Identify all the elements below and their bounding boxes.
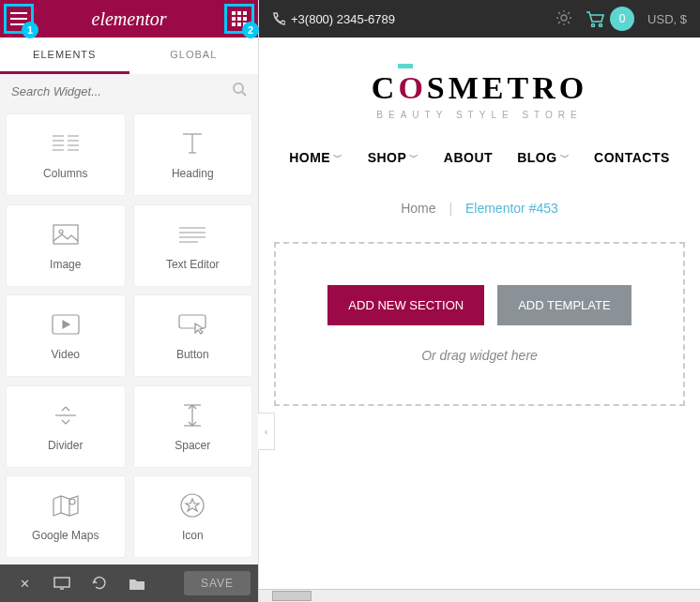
svg-point-40 [69, 499, 75, 504]
site-logo[interactable]: COSMETRO [259, 70, 700, 106]
svg-marker-32 [63, 321, 69, 328]
marker-2: 2 [242, 22, 259, 38]
svg-rect-7 [237, 17, 241, 21]
widget-label: Spacer [175, 439, 210, 452]
chevron-down-icon: ﹀ [333, 151, 343, 164]
widget-text-editor[interactable]: Text Editor [133, 204, 253, 287]
widget-image[interactable]: Image [6, 204, 126, 287]
svg-rect-9 [232, 23, 236, 26]
responsive-button[interactable] [45, 570, 79, 596]
svg-rect-6 [232, 17, 236, 21]
divider-icon [53, 401, 78, 429]
nav-home[interactable]: HOME﹀ [289, 150, 343, 165]
spacer-icon [180, 401, 205, 429]
site-topbar: +3(800) 2345-6789 0 USD, $ [259, 0, 700, 38]
svg-rect-5 [243, 11, 247, 15]
site-tagline: BEAUTY STYLE STORE [259, 110, 700, 120]
chevron-down-icon: ﹀ [560, 151, 571, 164]
gear-icon[interactable] [555, 9, 572, 29]
map-icon [53, 491, 79, 519]
svg-rect-33 [179, 315, 205, 328]
nav-blog[interactable]: BLOG﹀ [517, 150, 570, 165]
widget-google-maps[interactable]: Google Maps [6, 475, 126, 558]
widget-label: Columns [43, 167, 87, 180]
currency-selector[interactable]: USD, $ [647, 12, 687, 26]
add-template-button[interactable]: ADD TEMPLATE [497, 285, 631, 325]
nav-contacts[interactable]: CONTACTS [594, 150, 670, 165]
cart-icon [586, 10, 604, 27]
breadcrumb-home[interactable]: Home [401, 201, 435, 216]
menu-button[interactable]: 1 [4, 4, 34, 34]
tab-elements[interactable]: ELEMENTS [0, 38, 129, 74]
site-header: COSMETRO BEAUTY STYLE STORE [259, 38, 700, 133]
nav-about[interactable]: ABOUT [444, 150, 493, 165]
svg-rect-25 [53, 225, 78, 244]
widget-label: Icon [182, 529, 204, 542]
svg-marker-42 [186, 499, 199, 511]
widget-label: Image [50, 258, 81, 271]
widgets-grid: Columns Heading Image Text Editor Video … [0, 108, 258, 564]
cart-count-badge: 0 [610, 7, 634, 31]
text-editor-icon [179, 220, 205, 248]
chevron-down-icon: ﹀ [409, 151, 419, 164]
widget-label: Button [176, 348, 209, 361]
elementor-panel: 1 elementor 2 ELEMENTS GLOBAL Columns [0, 0, 259, 602]
widget-label: Heading [172, 167, 214, 180]
svg-rect-43 [54, 578, 69, 587]
drag-hint: Or drag widget here [295, 348, 664, 363]
editor-canvas[interactable]: ADD NEW SECTION ADD TEMPLATE Or drag wid… [274, 242, 685, 406]
widget-icon[interactable]: Icon [133, 475, 253, 558]
horizontal-scrollbar[interactable] [259, 589, 700, 602]
video-icon [52, 310, 80, 339]
widget-button[interactable]: Button [133, 294, 253, 377]
logo-accent [398, 64, 413, 68]
image-icon [53, 220, 79, 248]
widget-spacer[interactable]: Spacer [133, 385, 253, 468]
apps-grid-button[interactable]: 2 [224, 4, 254, 34]
widget-columns[interactable]: Columns [6, 113, 126, 196]
widget-divider[interactable]: Divider [6, 385, 126, 468]
button-icon [178, 310, 206, 339]
svg-rect-8 [243, 17, 247, 21]
widget-video[interactable]: Video [6, 294, 126, 377]
history-button[interactable] [83, 570, 116, 596]
brand-logo: elementor [92, 8, 167, 30]
phone-icon [272, 12, 285, 25]
svg-rect-10 [237, 23, 241, 26]
svg-point-47 [600, 24, 602, 27]
save-button[interactable]: SAVE [184, 571, 251, 595]
svg-rect-3 [232, 11, 236, 15]
nav-shop[interactable]: SHOP﹀ [368, 150, 419, 165]
marker-1: 1 [22, 22, 38, 38]
preview-frame: ‹ +3(800) 2345-6789 0 USD, $ COSMETRO BE… [259, 0, 700, 602]
columns-icon [53, 129, 79, 158]
panel-tabs: ELEMENTS GLOBAL [0, 38, 258, 74]
svg-rect-1 [10, 18, 27, 20]
phone-number[interactable]: +3(800) 2345-6789 [272, 12, 395, 26]
widget-heading[interactable]: Heading [133, 113, 253, 196]
svg-rect-4 [237, 11, 241, 15]
svg-point-46 [592, 24, 595, 27]
search-icon[interactable] [232, 82, 247, 100]
svg-point-12 [234, 83, 243, 93]
cart-button[interactable]: 0 [586, 7, 634, 31]
panel-footer: ✕ SAVE [0, 564, 258, 602]
tab-global[interactable]: GLOBAL [129, 38, 259, 74]
svg-point-26 [59, 230, 63, 233]
breadcrumb-current: Elementor #453 [465, 201, 558, 216]
search-bar [0, 74, 258, 108]
svg-point-45 [561, 15, 567, 21]
search-input[interactable] [11, 84, 232, 98]
svg-rect-0 [10, 12, 27, 14]
collapse-panel-handle[interactable]: ‹ [258, 413, 275, 450]
close-button[interactable]: ✕ [8, 570, 41, 596]
widget-label: Divider [48, 439, 83, 452]
add-section-button[interactable]: ADD NEW SECTION [327, 285, 484, 325]
widget-label: Google Maps [32, 529, 99, 542]
widget-label: Text Editor [166, 258, 220, 271]
svg-line-13 [242, 92, 246, 96]
heading-icon [179, 129, 205, 158]
main-nav: HOME﹀ SHOP﹀ ABOUT BLOG﹀ CONTACTS [259, 133, 700, 191]
widget-label: Video [52, 348, 80, 361]
templates-button[interactable] [120, 570, 154, 596]
